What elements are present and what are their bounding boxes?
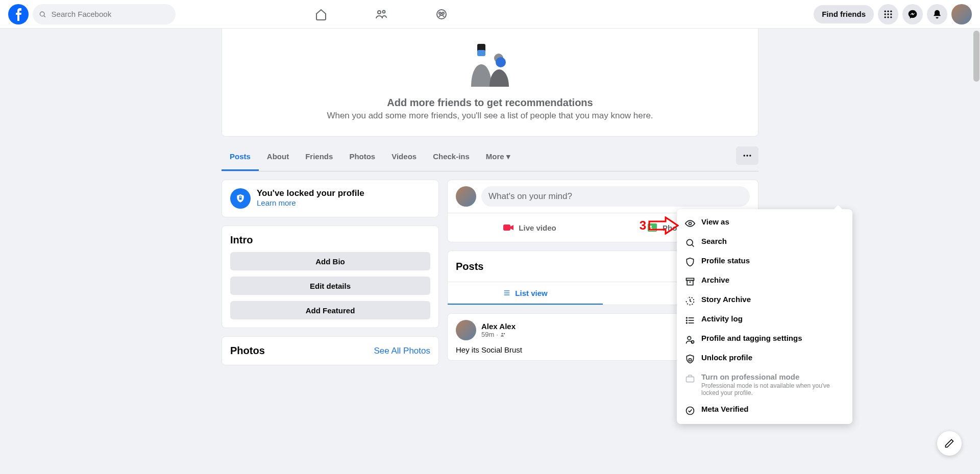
menu-profile-status-label: Profile status bbox=[701, 256, 750, 265]
svg-rect-18 bbox=[477, 50, 485, 56]
add-featured-button[interactable]: Add Featured bbox=[230, 301, 430, 319]
tab-about[interactable]: About bbox=[259, 144, 297, 171]
friend-recommendation-card: Add more friends to get recommendations … bbox=[222, 29, 758, 137]
tab-checkins[interactable]: Check-ins bbox=[425, 144, 478, 171]
left-column: You've locked your profile Learn more In… bbox=[222, 180, 439, 365]
list-view-tab[interactable]: List view bbox=[448, 282, 603, 305]
tab-videos[interactable]: Videos bbox=[383, 144, 425, 171]
photo-icon bbox=[646, 221, 658, 234]
list-icon bbox=[503, 289, 511, 297]
gear-person-icon bbox=[685, 335, 695, 345]
svg-point-9 bbox=[887, 10, 889, 12]
tab-posts[interactable]: Posts bbox=[222, 144, 259, 171]
svg-point-15 bbox=[887, 16, 889, 18]
menu-archive-label: Archive bbox=[701, 276, 729, 284]
dots-icon bbox=[742, 151, 752, 161]
menu-unlock-label: Unlock profile bbox=[701, 353, 752, 362]
svg-point-4 bbox=[383, 10, 385, 13]
groups-icon bbox=[435, 8, 448, 20]
svg-point-3 bbox=[378, 11, 381, 14]
svg-point-53 bbox=[688, 336, 691, 340]
photos-heading: Photos bbox=[230, 345, 265, 357]
menu-activity-log-label: Activity log bbox=[701, 314, 743, 323]
account-avatar[interactable] bbox=[951, 4, 972, 24]
unlock-shield-icon bbox=[685, 354, 695, 364]
posts-heading: Posts bbox=[456, 261, 483, 272]
svg-point-1 bbox=[40, 12, 44, 16]
svg-point-12 bbox=[887, 13, 889, 15]
header-nav bbox=[176, 2, 814, 27]
menu-search[interactable]: Search bbox=[681, 233, 848, 252]
notifications-button[interactable] bbox=[927, 4, 947, 24]
menu-archive[interactable]: Archive bbox=[681, 271, 848, 291]
svg-rect-24 bbox=[239, 197, 242, 199]
svg-point-50 bbox=[687, 317, 688, 318]
menu-activity-log[interactable]: Activity log bbox=[681, 310, 848, 330]
list-view-label: List view bbox=[515, 289, 547, 297]
tab-friends[interactable]: Friends bbox=[297, 144, 341, 171]
composer-input[interactable]: What's on your mind? bbox=[481, 186, 750, 207]
tab-more[interactable]: More ▾ bbox=[478, 144, 519, 171]
bell-icon bbox=[932, 9, 942, 19]
svg-point-5 bbox=[437, 10, 446, 19]
learn-more-link[interactable]: Learn more bbox=[257, 198, 364, 207]
search-box[interactable] bbox=[33, 4, 176, 24]
messenger-icon bbox=[908, 9, 918, 19]
live-video-button[interactable]: Live video bbox=[456, 217, 603, 238]
svg-point-42 bbox=[687, 239, 693, 245]
svg-point-41 bbox=[689, 222, 692, 225]
svg-point-54 bbox=[692, 341, 694, 343]
nav-groups[interactable] bbox=[413, 2, 470, 27]
scrollbar-thumb[interactable] bbox=[973, 31, 979, 82]
menu-profile-status[interactable]: Profile status bbox=[681, 252, 848, 271]
svg-line-43 bbox=[692, 245, 694, 247]
find-friends-button[interactable]: Find friends bbox=[814, 5, 874, 23]
svg-rect-25 bbox=[503, 224, 510, 231]
archive-icon bbox=[685, 277, 695, 287]
see-all-photos-link[interactable]: See All Photos bbox=[374, 346, 430, 356]
menu-grid-button[interactable] bbox=[878, 4, 898, 24]
svg-point-21 bbox=[744, 155, 745, 156]
search-icon bbox=[39, 10, 46, 18]
post-author[interactable]: Alex Alex bbox=[481, 322, 516, 331]
locked-profile-card: You've locked your profile Learn more bbox=[222, 180, 439, 217]
svg-line-2 bbox=[44, 15, 45, 17]
svg-point-22 bbox=[746, 155, 748, 156]
recommendation-title: Add more friends to get recommendations bbox=[232, 97, 748, 109]
eye-icon bbox=[685, 218, 695, 229]
post-time: 59m bbox=[481, 331, 494, 338]
photos-card: Photos See All Photos bbox=[222, 336, 439, 365]
menu-unlock-profile[interactable]: Unlock profile bbox=[681, 349, 848, 365]
post-avatar[interactable] bbox=[456, 320, 476, 340]
messenger-button[interactable] bbox=[902, 4, 923, 24]
menu-view-as[interactable]: View as bbox=[681, 213, 848, 233]
caret-down-icon: ▾ bbox=[506, 152, 510, 161]
profile-more-button[interactable] bbox=[736, 146, 758, 165]
recommendation-subtitle: When you add some more friends, you'll s… bbox=[232, 111, 748, 121]
shield-icon bbox=[685, 257, 695, 267]
search-input[interactable] bbox=[51, 9, 169, 19]
add-bio-button[interactable]: Add Bio bbox=[230, 252, 430, 270]
live-video-icon bbox=[502, 221, 514, 234]
home-icon bbox=[315, 8, 327, 20]
svg-point-51 bbox=[687, 320, 688, 321]
nav-home[interactable] bbox=[293, 2, 349, 27]
composer-avatar[interactable] bbox=[456, 186, 476, 207]
edit-details-button[interactable]: Edit details bbox=[230, 277, 430, 295]
svg-rect-55 bbox=[689, 359, 692, 361]
svg-point-10 bbox=[890, 10, 892, 12]
post-meta: 59m · bbox=[481, 331, 516, 338]
profile-tabs: Posts About Friends Photos Videos Check-… bbox=[222, 144, 758, 171]
svg-point-6 bbox=[439, 12, 441, 14]
audience-friends-icon bbox=[500, 332, 506, 338]
menu-story-archive[interactable]: Story Archive bbox=[681, 291, 848, 310]
svg-point-40 bbox=[504, 333, 505, 334]
search-icon bbox=[685, 238, 695, 248]
profile-options-menu: View as Search Profile status Archive St… bbox=[677, 209, 852, 365]
tab-photos[interactable]: Photos bbox=[341, 144, 383, 171]
svg-rect-45 bbox=[687, 281, 693, 285]
tab-row: Posts About Friends Photos Videos Check-… bbox=[222, 144, 519, 171]
menu-tagging-settings[interactable]: Profile and tagging settings bbox=[681, 330, 848, 349]
facebook-logo[interactable] bbox=[8, 4, 29, 24]
nav-friends[interactable] bbox=[353, 2, 409, 27]
